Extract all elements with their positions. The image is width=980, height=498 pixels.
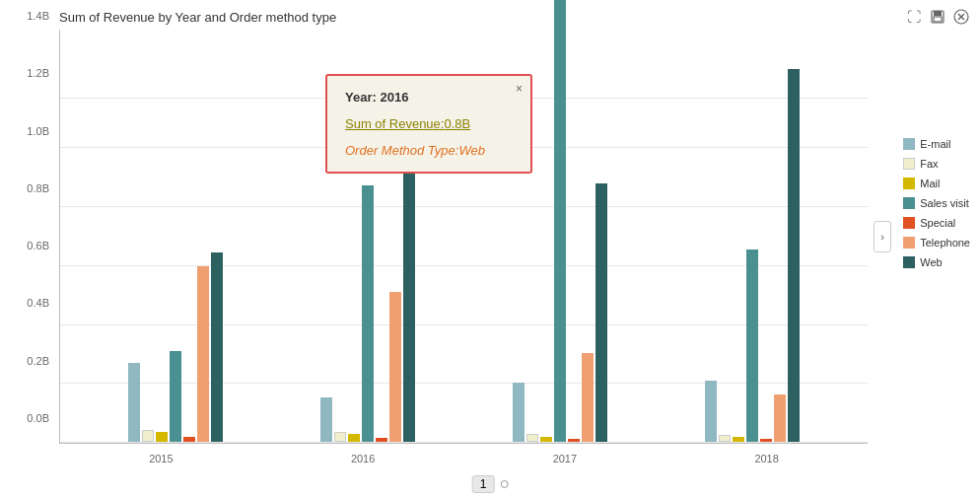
bar-2018-mail [733,437,744,442]
legend-item-web: Web [903,256,970,268]
legend-label-web: Web [920,256,942,268]
bar-group-2018 [656,30,848,442]
legend-item-email: E-mail [903,138,970,150]
bar-2017-special [568,439,580,442]
legend-label-sales: Sales visit [920,197,969,209]
bar-2015-fax [142,430,154,442]
x-label-2016: 2016 [262,453,464,464]
bar-2016-special [376,438,387,442]
legend-item-fax: Fax [903,158,970,170]
tooltip-revenue-value: 0.8B [444,116,470,131]
x-label-2018: 2018 [665,453,868,464]
tooltip-method: Order Method Type:Web [345,143,513,158]
y-label-04: 0.4B [27,297,49,309]
x-label-2015: 2015 [60,453,262,464]
legend-color-mail [903,178,915,189]
bar-2017-fax [526,434,538,442]
bar-2015-web [211,252,223,442]
legend-item-mail: Mail [903,178,970,189]
legend-item-telephone: Telephone [903,237,970,249]
bar-2016-email [320,397,332,442]
bar-2016-mail [348,434,360,442]
bar-2016-telephone [389,292,401,442]
y-label-10: 1.0B [27,125,49,137]
legend-label-special: Special [920,217,955,229]
bar-2018-web [788,69,800,442]
tooltip-revenue: Sum of Revenue:0.8B [345,116,513,131]
chart-container: Sum of Revenue by Year and Order method … [0,0,980,498]
bar-2018-email [705,381,717,442]
y-label-06: 0.6B [27,240,49,251]
tooltip-year-label: Year: [345,90,377,105]
y-label-02: 0.2B [27,355,49,367]
legend-color-telephone [903,237,915,249]
legend-label-email: E-mail [920,138,950,150]
tooltip-year: Year: 2016 [345,90,513,105]
bar-2017-email [513,383,525,442]
tooltip: × Year: 2016 Sum of Revenue:0.8B Order M… [325,74,532,174]
bar-2018-sales [746,249,758,442]
legend: E-mail Fax Mail Sales visit Special Tele… [903,138,970,268]
bar-2015-special [183,437,195,442]
y-axis: 1.4B 1.2B 1.0B 0.8B 0.6B 0.4B 0.2B 0.0B [0,10,54,424]
legend-color-email [903,138,915,150]
legend-color-special [903,217,915,229]
bar-group-2015 [80,30,272,442]
y-label-14: 1.4B [27,10,49,22]
legend-color-sales [903,197,915,209]
bar-2017-web [595,183,607,442]
y-label-00: 0.0B [27,412,49,424]
bar-2015-sales [170,351,181,442]
tooltip-revenue-label: Sum of Revenue: [345,116,444,131]
page-number[interactable]: 1 [472,475,495,493]
legend-label-mail: Mail [920,178,940,189]
bar-2018-special [760,439,772,442]
bar-2017-mail [540,437,552,442]
chart-title: Sum of Revenue by Year and Order method … [59,10,970,25]
pagination: 1 [472,475,509,493]
x-label-2017: 2017 [464,453,666,464]
y-label-12: 1.2B [27,67,49,79]
bar-2017-telephone [582,353,594,442]
bar-2018-telephone [774,394,786,442]
legend-color-web [903,256,915,268]
y-label-08: 0.8B [27,182,49,194]
legend-color-fax [903,158,915,170]
x-axis: 2015 2016 2017 2018 [60,453,868,464]
legend-label-fax: Fax [920,158,938,170]
bar-2016-sales [362,185,374,442]
bar-2015-telephone [197,266,209,442]
scroll-right-arrow[interactable]: › [874,221,891,252]
bar-2018-fax [719,435,731,442]
page-dot[interactable] [500,480,508,488]
bar-2016-fax [334,432,346,442]
tooltip-year-value: 2016 [380,90,408,105]
legend-item-sales: Sales visit [903,197,970,209]
legend-item-special: Special [903,217,970,229]
tooltip-method-value: Web [458,143,485,158]
bar-2015-email [128,363,140,442]
bar-2017-sales [554,0,566,442]
legend-label-telephone: Telephone [920,237,970,249]
tooltip-method-label: Order Method Type: [345,143,458,158]
tooltip-close-button[interactable]: × [516,82,523,96]
bar-2015-mail [156,432,168,442]
